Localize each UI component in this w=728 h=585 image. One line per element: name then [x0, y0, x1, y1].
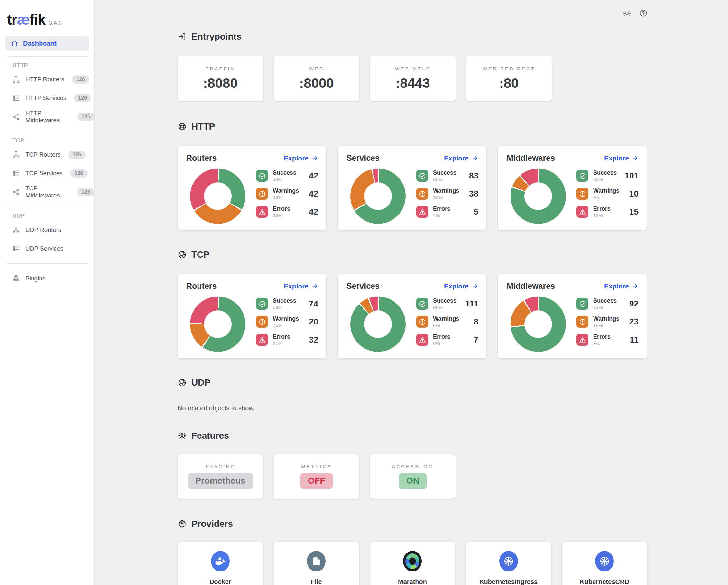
routers-icon [12, 76, 20, 83]
tcp-middlewares-explore-link[interactable]: Explore [604, 282, 639, 290]
tcp-routers-explore-link[interactable]: Explore [284, 282, 318, 290]
sidebar-item-plugins[interactable]: Plugins [0, 269, 94, 288]
http-middlewares-explore-link[interactable]: Explore [604, 154, 639, 162]
http-routers-explore-link[interactable]: Explore [284, 154, 318, 162]
success-icon [256, 298, 268, 310]
feature-card-accesslog: ACCESSLOG ON [370, 454, 456, 499]
warnings-stat-row: Warnings16% 20 [256, 314, 318, 330]
services-icon [12, 169, 20, 177]
sidebar-section-http: HTTP [12, 62, 94, 69]
sidebar-item-tcp-middlewares[interactable]: TCP Middlewares 126 [0, 183, 94, 201]
arrow-right-icon [472, 283, 478, 289]
provider-card-kubernetes-crd: KubernetesCRD [562, 542, 647, 585]
entrypoint-port: :80 [499, 76, 519, 91]
entrypoints-icon [178, 32, 187, 41]
count-badge: 126 [72, 75, 89, 84]
count-badge: 126 [77, 188, 94, 196]
sidebar-item-tcp-services[interactable]: TCP Services 126 [0, 164, 94, 183]
sidebar-divider [7, 207, 87, 207]
middlewares-icon [12, 113, 20, 121]
success-icon [416, 298, 428, 310]
marathon-logo-icon [403, 551, 422, 571]
http-section-title: HTTP [178, 122, 647, 132]
providers-section-title: Providers [178, 519, 647, 529]
tracing-value-badge: Prometheus [188, 473, 253, 488]
tcp-services-card: Services Explore Success88% 111 Warning [338, 274, 487, 358]
arrow-right-icon [311, 155, 318, 161]
arrow-right-icon [632, 283, 639, 289]
count-badge: 126 [68, 151, 85, 159]
routers-icon [12, 226, 20, 234]
arrow-right-icon [311, 283, 318, 289]
sidebar-divider [7, 132, 87, 132]
sidebar-item-http-services[interactable]: HTTP Services 126 [0, 89, 94, 107]
tcp-middlewares-card: Middlewares Explore Success73% 92 Warni [498, 274, 647, 358]
error-icon [256, 334, 268, 346]
warning-icon [576, 316, 589, 328]
warnings-stat-row: Warnings6% 8 [416, 314, 478, 330]
kubernetes-logo-icon [499, 551, 518, 571]
entrypoint-card-web-mtls: WEB-MTLS :8443 [370, 56, 456, 101]
warning-icon [256, 316, 268, 328]
world-icon [178, 250, 187, 259]
sidebar-item-dashboard[interactable]: Dashboard [5, 36, 89, 51]
warning-icon [416, 188, 428, 200]
middlewares-icon [12, 188, 20, 196]
success-stat-row: Success33% 42 [256, 168, 318, 184]
kubernetes-logo-icon [595, 551, 614, 571]
error-icon [256, 206, 268, 218]
package-icon [178, 520, 187, 528]
errors-stat-row: Errors33% 42 [256, 204, 318, 220]
success-stat-row: Success66% 83 [416, 168, 478, 184]
entrypoints-row: TRAEFIK :8080 WEB :8000 WEB-MTLS :8443 W… [178, 56, 647, 101]
http-middlewares-donut-chart [511, 168, 566, 224]
header-actions [623, 9, 648, 17]
services-icon [12, 94, 20, 102]
tcp-services-explore-link[interactable]: Explore [444, 282, 478, 290]
error-icon [416, 334, 428, 346]
count-badge: 126 [74, 94, 91, 102]
count-badge: 126 [77, 112, 94, 121]
provider-card-marathon: Marathon [370, 542, 455, 585]
udp-section-title: UDP [178, 377, 647, 388]
provider-card-file: File [274, 542, 359, 585]
entrypoint-card-traefik: TRAEFIK :8080 [178, 56, 263, 101]
sidebar-section-tcp: TCP [12, 137, 94, 144]
gear-icon [178, 431, 187, 440]
provider-card-kubernetes-ingress: KubernetesIngress [466, 542, 551, 585]
features-section-title: Features [178, 431, 647, 441]
tcp-middlewares-donut-chart [511, 296, 566, 352]
success-stat-row: Success73% 92 [576, 296, 639, 312]
routers-icon [12, 151, 20, 159]
warning-icon [416, 316, 428, 328]
sidebar-item-tcp-routers[interactable]: TCP Routers 126 [0, 145, 94, 164]
help-icon[interactable] [639, 9, 648, 17]
tcp-routers-donut-chart [190, 296, 245, 352]
success-icon [256, 170, 268, 182]
main-content: Entrypoints TRAEFIK :8080 WEB :8000 WEB-… [95, 0, 728, 585]
http-middlewares-card: Middlewares Explore Success80% 101 Warn [498, 146, 647, 230]
success-stat-row: Success59% 74 [256, 296, 318, 312]
entrypoints-section-title: Entrypoints [178, 0, 647, 42]
file-logo-icon [307, 551, 326, 571]
theme-toggle-sun-icon[interactable] [623, 9, 631, 17]
http-cards-row: Routers Explore Success33% 42 Warnings3 [178, 146, 647, 230]
sidebar-divider [7, 56, 87, 57]
udp-empty-message: No related objects to show. [178, 405, 647, 412]
errors-stat-row: Errors9% 11 [576, 332, 639, 348]
sidebar-item-http-middlewares[interactable]: HTTP Middlewares 126 [0, 107, 94, 126]
errors-stat-row: Errors25% 32 [256, 332, 318, 348]
http-services-explore-link[interactable]: Explore [444, 154, 478, 162]
sidebar-item-udp-routers[interactable]: UDP Routers [0, 221, 94, 239]
providers-row: Docker File Marathon KubernetesIngress K… [178, 542, 647, 585]
warning-icon [256, 188, 268, 200]
http-routers-card: Routers Explore Success33% 42 Warnings3 [178, 146, 326, 230]
warning-icon [576, 188, 589, 200]
app-logo: træfik 3.4.0 [0, 0, 94, 28]
sidebar-divider [7, 263, 87, 264]
success-icon [416, 170, 428, 182]
sidebar-item-http-routers[interactable]: HTTP Routers 126 [0, 70, 94, 89]
sidebar-item-udp-services[interactable]: UDP Services [0, 239, 94, 258]
success-icon [576, 298, 589, 310]
warnings-stat-row: Warnings33% 42 [256, 186, 318, 202]
